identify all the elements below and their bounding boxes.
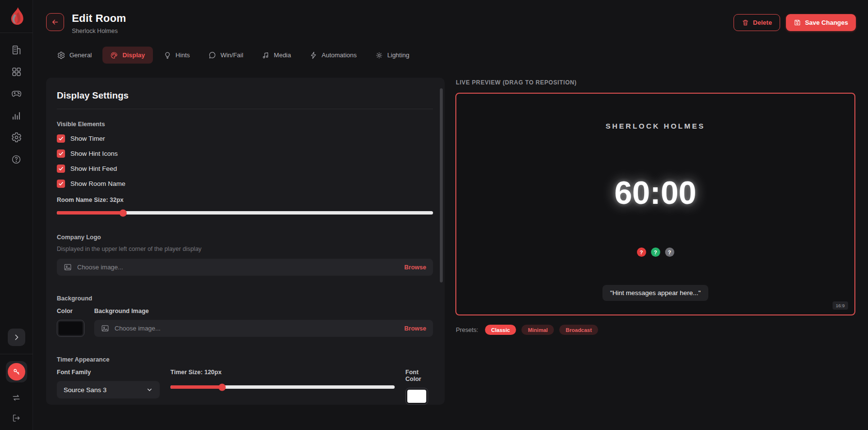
switch-account-button[interactable] xyxy=(12,393,21,403)
app-logo[interactable] xyxy=(0,0,33,33)
font-family-value: Source Sans 3 xyxy=(64,386,146,394)
browse-button[interactable]: Browse xyxy=(404,325,426,332)
font-family-label: Font Family xyxy=(57,369,160,376)
timer-size-slider[interactable] xyxy=(170,385,395,389)
image-icon xyxy=(64,263,72,271)
quick-key-button[interactable] xyxy=(6,361,27,382)
background-image-file-input[interactable]: Choose image... Browse xyxy=(94,320,433,337)
room-name-size-label: Room Name Size: 32px xyxy=(57,197,433,203)
building-icon xyxy=(11,45,22,55)
hint-dot-gray: ? xyxy=(665,248,674,257)
timer-size-label: Timer Size: 120px xyxy=(170,369,395,376)
title-block: Edit Room Sherlock Holmes xyxy=(72,12,126,34)
preset-classic[interactable]: Classic xyxy=(485,325,517,335)
sidebar-expand-button[interactable] xyxy=(8,329,25,346)
company-logo-description: Displayed in the upper left corner of th… xyxy=(57,246,433,252)
preview-hint-icons[interactable]: ? ? ? xyxy=(456,248,854,257)
delete-button-label: Delete xyxy=(753,19,772,26)
checkbox-show-timer[interactable]: Show Timer xyxy=(57,134,433,143)
checkbox-show-hint-icons[interactable]: Show Hint Icons xyxy=(57,149,433,158)
header-actions: Delete Save Changes xyxy=(734,14,856,31)
background-color-swatch[interactable] xyxy=(57,320,84,337)
help-circle-icon xyxy=(11,154,21,165)
checkbox-show-room-name[interactable]: Show Room Name xyxy=(57,180,433,188)
browse-button[interactable]: Browse xyxy=(404,264,426,271)
logout-button[interactable] xyxy=(12,413,21,423)
tab-label: Media xyxy=(274,51,291,59)
preview-timer[interactable]: 60:00 xyxy=(456,174,854,211)
key-icon xyxy=(8,363,25,380)
tab-media[interactable]: Media xyxy=(254,47,299,64)
aspect-ratio-badge: 16:9 xyxy=(833,301,849,310)
color-label: Color xyxy=(57,308,84,314)
delete-button[interactable]: Delete xyxy=(734,14,780,31)
back-button[interactable] xyxy=(46,13,64,31)
tab-general[interactable]: General xyxy=(50,47,100,64)
sidebar-item-help[interactable] xyxy=(11,154,22,165)
live-preview-label: LIVE PREVIEW (DRAG TO REPOSITION) xyxy=(456,79,577,86)
tab-display[interactable]: Display xyxy=(102,47,152,64)
arrow-left-icon xyxy=(51,18,59,26)
timer-appearance-label: Timer Appearance xyxy=(57,356,433,363)
page-title: Edit Room xyxy=(72,12,126,25)
font-family-select[interactable]: Source Sans 3 xyxy=(57,381,160,398)
tab-label: General xyxy=(69,51,92,59)
header: Edit Room Sherlock Holmes xyxy=(46,12,126,34)
tab-label: Display xyxy=(122,51,145,59)
checkbox-checked-icon xyxy=(57,180,65,188)
swatch-fill xyxy=(59,322,83,335)
sidebar xyxy=(0,0,33,430)
preset-minimal[interactable]: Minimal xyxy=(521,325,554,335)
lightning-bolt-icon xyxy=(310,51,317,59)
company-logo-label: Company Logo xyxy=(57,234,433,241)
checkbox-checked-icon xyxy=(57,149,65,158)
sidebar-item-stats[interactable] xyxy=(11,110,22,121)
checkbox-show-hint-feed[interactable]: Show Hint Feed xyxy=(57,165,433,173)
trash-icon xyxy=(742,19,749,26)
hint-message: "Hint messages appear here..." xyxy=(602,285,709,301)
chevron-down-icon xyxy=(146,386,153,393)
palette-icon xyxy=(110,51,118,59)
preview-hint-feed[interactable]: "Hint messages appear here..." xyxy=(456,285,854,301)
image-icon xyxy=(101,324,109,332)
save-icon xyxy=(794,19,801,26)
presets-label: Presets: xyxy=(456,327,478,333)
checkbox-label: Show Hint Icons xyxy=(70,150,118,157)
room-name-size-slider[interactable] xyxy=(57,211,433,215)
presets-row: Presets: Classic Minimal Broadcast xyxy=(456,325,598,335)
sidebar-item-game[interactable] xyxy=(11,88,22,99)
slider-thumb[interactable] xyxy=(218,383,226,391)
tab-automations[interactable]: Automations xyxy=(302,47,365,64)
tab-label: Lighting xyxy=(387,51,410,59)
tab-winfail[interactable]: Win/Fail xyxy=(200,47,251,64)
file-placeholder: Choose image... xyxy=(77,264,399,271)
panel-title: Display Settings xyxy=(57,90,433,101)
font-color-swatch[interactable] xyxy=(405,388,428,405)
checkbox-label: Show Room Name xyxy=(70,180,125,187)
panel-scrollbar[interactable] xyxy=(440,88,443,282)
flame-logo-icon xyxy=(8,6,25,27)
tab-hints[interactable]: Hints xyxy=(156,47,198,64)
file-placeholder: Choose image... xyxy=(115,325,399,332)
sidebar-item-rooms[interactable] xyxy=(11,66,22,77)
sun-icon xyxy=(375,51,383,59)
bar-chart-icon xyxy=(11,111,21,121)
live-preview-canvas[interactable]: SHERLOCK HOLMES 60:00 ? ? ? "Hint messag… xyxy=(455,93,855,315)
sidebar-item-buildings[interactable] xyxy=(11,45,22,55)
gear-icon xyxy=(57,51,65,59)
grid-icon xyxy=(11,66,22,77)
tab-lighting[interactable]: Lighting xyxy=(367,47,417,64)
background-label: Background xyxy=(57,295,433,302)
background-color-group: Color xyxy=(57,308,84,337)
tab-label: Hints xyxy=(176,51,190,59)
gear-icon xyxy=(11,132,22,143)
slider-thumb[interactable] xyxy=(119,209,127,216)
company-logo-file-input[interactable]: Choose image... Browse xyxy=(57,259,433,276)
sidebar-item-settings[interactable] xyxy=(11,132,22,143)
save-changes-button[interactable]: Save Changes xyxy=(786,14,856,31)
checkbox-checked-icon xyxy=(57,165,65,173)
save-button-label: Save Changes xyxy=(805,19,848,26)
preset-broadcast[interactable]: Broadcast xyxy=(559,325,598,335)
gamepad-icon xyxy=(11,88,22,99)
preview-room-name[interactable]: SHERLOCK HOLMES xyxy=(456,122,854,130)
